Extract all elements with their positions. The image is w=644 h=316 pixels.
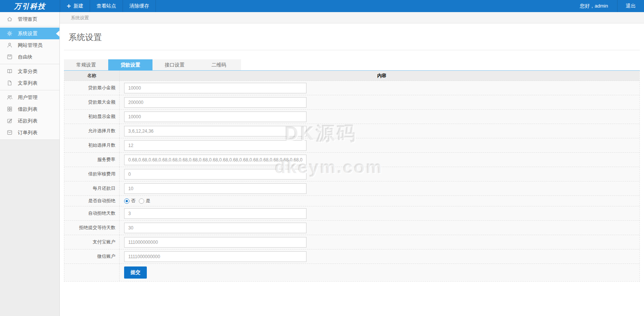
field-value-cell [120, 124, 639, 138]
loan-min-amount-input[interactable] [124, 83, 306, 93]
sidebar-item-article-categories[interactable]: 文章分类 [0, 65, 59, 77]
sidebar-group: 用户管理借款列表还款列表订单列表 [0, 90, 59, 140]
field-value-cell [120, 221, 639, 235]
initial-month-input[interactable] [124, 140, 306, 151]
field-row-reject-resubmit-wait-days: 拒绝提交等待天数 [64, 221, 639, 235]
sidebar-item-system-settings[interactable]: 系统设置 [0, 28, 59, 39]
field-label: 初始显示金额 [64, 110, 120, 124]
tab-qrcode[interactable]: 二维码 [197, 59, 241, 70]
sidebar-nav: 管理首页系统设置网站管理员自由块文章分类文章列表用户管理借款列表还款列表订单列表 [0, 12, 59, 140]
title-divider [64, 50, 640, 50]
topbar-menu-view-site[interactable]: 查看站点 [90, 0, 123, 12]
table-header-row: 名称内容 [64, 71, 639, 81]
field-label: 贷款最小金额 [64, 81, 120, 95]
sidebar-item-label: 文章分类 [18, 68, 37, 75]
auto-reject-radio-1[interactable] [139, 198, 144, 204]
edit-icon [6, 118, 13, 124]
allowed-months-input[interactable] [124, 126, 306, 136]
submit-cell: 提交 [120, 264, 639, 281]
settings-table: 名称内容贷款最小金额贷款最大金额初始显示金额允许选择月数初始选择月数服务费率借款… [64, 71, 640, 282]
home-icon [6, 16, 13, 22]
tabs: 常规设置贷款设置接口设置二维码 [64, 59, 640, 71]
sidebar-item-repayment-list[interactable]: 还款列表 [0, 115, 59, 127]
sidebar-item-label: 还款列表 [18, 118, 37, 124]
loan-review-fee-input[interactable] [124, 169, 306, 180]
topbar-right: 您好，admin 退出 [571, 0, 644, 12]
field-label: 自动拒绝天数 [64, 206, 120, 220]
service-fee-rate-input[interactable] [124, 155, 306, 165]
sidebar-item-label: 自由块 [18, 54, 33, 60]
sidebar-item-order-list[interactable]: 订单列表 [0, 127, 59, 138]
field-row-wechat-account: 微信账户 [64, 249, 639, 264]
field-value-cell [120, 249, 639, 263]
field-label: 借款审核费用 [64, 167, 120, 181]
breadcrumb-text: 系统设置 [71, 15, 89, 20]
sidebar-item-site-admins[interactable]: 网站管理员 [0, 39, 59, 51]
field-row-monthly-repayment-day: 每月还款日 [64, 181, 639, 196]
field-value-cell [120, 206, 639, 220]
box-icon [6, 129, 13, 136]
field-row-initial-display-amount: 初始显示金额 [64, 110, 639, 124]
tab-loan-settings[interactable]: 贷款设置 [108, 59, 152, 70]
main-area: 系统设置 系统设置 常规设置贷款设置接口设置二维码 名称内容贷款最小金额贷款最大… [60, 12, 644, 316]
sidebar-item-label: 网站管理员 [18, 42, 42, 49]
user-icon [6, 42, 13, 48]
topbar-menu: 新建查看站点清除缓存 [60, 0, 156, 12]
sidebar-item-admin-home[interactable]: 管理首页 [0, 13, 59, 25]
empty-label-cell [64, 264, 120, 281]
field-label: 每月还款日 [64, 181, 120, 195]
initial-display-amount-input[interactable] [124, 112, 306, 122]
sidebar-item-free-blocks[interactable]: 自由块 [0, 51, 59, 63]
field-value-cell [120, 95, 639, 109]
sidebar-item-label: 借款列表 [18, 106, 37, 113]
menu-item-label: 清除缓存 [129, 3, 149, 9]
topbar-menu-new[interactable]: 新建 [60, 0, 90, 12]
wechat-account-input[interactable] [124, 251, 306, 262]
topbar-menu-clear-cache[interactable]: 清除缓存 [123, 0, 156, 12]
sidebar-group: 系统设置网站管理员自由块 [0, 26, 59, 64]
field-value-cell [120, 235, 639, 249]
auto-reject-radio-0[interactable] [124, 198, 129, 204]
field-row-auto-reject: 是否自动拒绝否是 [64, 196, 639, 206]
field-row-auto-reject-days: 自动拒绝天数 [64, 206, 639, 221]
menu-item-label: 新建 [73, 3, 83, 9]
field-value-cell [120, 153, 639, 167]
field-row-loan-min-amount: 贷款最小金额 [64, 81, 639, 95]
breadcrumb: 系统设置 [60, 12, 644, 23]
submit-row: 提交 [64, 264, 639, 281]
file-icon [6, 80, 13, 86]
sidebar-item-label: 用户管理 [18, 94, 37, 101]
field-row-initial-month: 初始选择月数 [64, 138, 639, 153]
alipay-account-input[interactable] [124, 237, 306, 248]
field-label: 支付宝账户 [64, 235, 120, 249]
tab-general-settings[interactable]: 常规设置 [64, 59, 108, 70]
tab-api-settings[interactable]: 接口设置 [152, 59, 197, 70]
sidebar-item-article-list[interactable]: 文章列表 [0, 77, 59, 89]
page-title: 系统设置 [68, 33, 640, 42]
book-icon [6, 68, 13, 74]
sidebar-item-label: 文章列表 [18, 80, 37, 87]
app-logo[interactable]: 万引科技 [0, 0, 60, 12]
field-label: 是否自动拒绝 [64, 196, 120, 206]
sidebar-item-user-management[interactable]: 用户管理 [0, 91, 59, 103]
field-value-cell [120, 181, 639, 195]
monthly-repayment-day-input[interactable] [124, 183, 306, 194]
field-row-loan-review-fee: 借款审核费用 [64, 167, 639, 181]
sidebar: 管理首页系统设置网站管理员自由块文章分类文章列表用户管理借款列表还款列表订单列表 [0, 12, 60, 316]
logout-button[interactable]: 退出 [617, 0, 644, 12]
reject-resubmit-wait-days-input[interactable] [124, 223, 306, 233]
field-label: 微信账户 [64, 249, 120, 263]
loan-max-amount-input[interactable] [124, 97, 306, 108]
sidebar-item-loan-list[interactable]: 借款列表 [0, 103, 59, 115]
grid-icon [6, 106, 13, 112]
submit-button[interactable]: 提交 [124, 266, 147, 279]
radio-option-label: 否 [131, 198, 135, 204]
sidebar-item-label: 订单列表 [18, 129, 37, 136]
topbar: 万引科技 新建查看站点清除缓存 您好，admin 退出 [0, 0, 644, 12]
column-header-content: 内容 [120, 71, 639, 81]
auto-reject-days-input[interactable] [124, 208, 306, 219]
field-value-cell [120, 167, 639, 181]
user-greeting[interactable]: 您好，admin [571, 0, 617, 12]
field-label: 服务费率 [64, 153, 120, 167]
block-icon [6, 54, 13, 60]
